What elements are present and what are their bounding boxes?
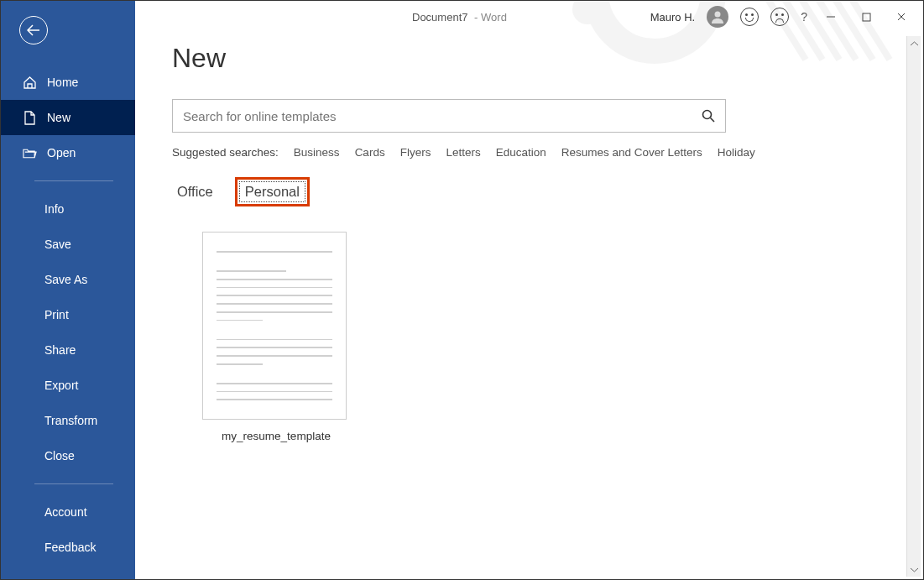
- nav-share[interactable]: Share: [1, 332, 135, 368]
- nav-info[interactable]: Info: [1, 191, 135, 227]
- document-name: Document7: [412, 11, 467, 24]
- nav-label: Info: [44, 202, 64, 216]
- app-name: - Word: [474, 11, 507, 24]
- scroll-up-button[interactable]: [907, 36, 921, 50]
- nav-label: Transform: [44, 414, 97, 427]
- template-name: my_resume_template: [202, 430, 350, 442]
- home-icon: [23, 76, 37, 90]
- nav-label: Save: [44, 238, 71, 251]
- nav-saveas[interactable]: Save As: [1, 262, 135, 297]
- nav-transform[interactable]: Transform: [1, 403, 135, 438]
- back-button[interactable]: [19, 16, 48, 44]
- nav-home[interactable]: Home: [1, 65, 135, 100]
- frown-icon[interactable]: [770, 8, 789, 26]
- suggested-link[interactable]: Cards: [355, 146, 385, 159]
- search-container: [172, 99, 726, 133]
- nav-new[interactable]: New: [1, 100, 135, 135]
- vertical-scrollbar[interactable]: [906, 36, 921, 577]
- titlebar: Document7 - Word Mauro H. ?: [135, 1, 923, 34]
- tab-personal[interactable]: Personal: [235, 177, 310, 206]
- template-thumbnail: [202, 232, 347, 420]
- nav-export[interactable]: Export: [1, 368, 135, 403]
- help-icon[interactable]: ?: [801, 10, 807, 24]
- folder-open-icon: [23, 146, 37, 160]
- nav-label: Open: [47, 146, 76, 159]
- suggested-link[interactable]: Business: [294, 146, 340, 159]
- close-button[interactable]: [890, 8, 913, 25]
- maximize-button[interactable]: [854, 8, 878, 25]
- nav-feedback[interactable]: Feedback: [1, 530, 135, 565]
- suggested-searches: Suggested searches: Business Cards Flyer…: [172, 146, 869, 159]
- nav-label: Share: [44, 343, 76, 357]
- suggested-link[interactable]: Flyers: [400, 146, 431, 159]
- nav-save[interactable]: Save: [1, 227, 135, 262]
- sidebar: Home New Open Info Save Save As Print Sh…: [1, 1, 135, 579]
- nav-label: Home: [47, 76, 78, 89]
- template-grid: my_resume_template: [202, 232, 869, 442]
- search-button[interactable]: [692, 100, 725, 132]
- smile-icon[interactable]: [740, 8, 759, 26]
- svg-rect-10: [863, 13, 870, 21]
- svg-point-8: [715, 12, 721, 18]
- nav-label: Account: [44, 505, 87, 519]
- nav-label: Save As: [44, 273, 87, 286]
- person-icon: [710, 9, 725, 24]
- nav-account[interactable]: Account: [1, 494, 135, 530]
- suggested-label: Suggested searches:: [172, 146, 279, 159]
- nav-print[interactable]: Print: [1, 297, 135, 332]
- search-input[interactable]: [173, 100, 692, 132]
- username-label: Mauro H.: [650, 11, 695, 24]
- suggested-link[interactable]: Letters: [446, 146, 480, 159]
- document-icon: [23, 111, 37, 125]
- main-content: New Suggested searches: Business Cards F…: [135, 34, 906, 577]
- template-item[interactable]: my_resume_template: [202, 232, 350, 442]
- nav-label: Export: [44, 379, 78, 392]
- nav-close[interactable]: Close: [1, 438, 135, 473]
- nav-label: New: [47, 111, 70, 124]
- nav-label: Feedback: [44, 541, 96, 554]
- page-title: New: [172, 43, 869, 74]
- template-tabs: Office Personal: [172, 177, 869, 206]
- nav-open[interactable]: Open: [1, 135, 135, 170]
- minimize-button[interactable]: [819, 8, 843, 25]
- titlebar-right: Mauro H. ?: [650, 6, 913, 28]
- search-icon: [702, 109, 715, 123]
- suggested-link[interactable]: Education: [496, 146, 546, 159]
- divider: [34, 483, 113, 484]
- suggested-link[interactable]: Resumes and Cover Letters: [561, 146, 702, 159]
- nav-label: Close: [44, 449, 75, 462]
- nav-label: Print: [44, 308, 69, 321]
- svg-point-1: [572, 0, 603, 24]
- svg-point-13: [703, 111, 712, 119]
- svg-line-14: [711, 118, 715, 123]
- scroll-down-button[interactable]: [907, 562, 921, 577]
- window-title: Document7 - Word: [412, 11, 507, 24]
- tab-office[interactable]: Office: [172, 181, 218, 202]
- divider: [34, 180, 113, 181]
- suggested-link[interactable]: Holiday: [718, 146, 755, 159]
- avatar[interactable]: [707, 6, 728, 28]
- arrow-left-icon: [27, 24, 40, 36]
